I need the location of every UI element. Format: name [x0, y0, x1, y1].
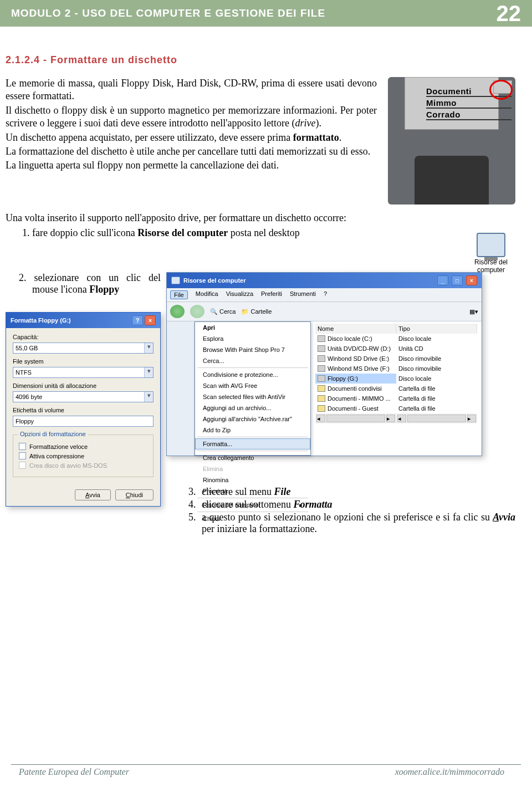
page-footer: Patente Europea del Computer xoomer.alic… [11, 764, 521, 777]
floppy-shutter [415, 156, 489, 205]
maximize-button[interactable]: □ [452, 275, 463, 285]
header-title: MODULO 2 - USO DEL COMPUTER E GESTIONE D… [11, 7, 497, 19]
volume-label-label: Etichetta di volume [13, 407, 154, 413]
avvia-text: Avvia [493, 512, 515, 523]
intro-p4: La formattazione del dischetto è utile a… [6, 145, 377, 158]
quick-format-checkbox[interactable]: Formattazione veloce [19, 443, 147, 450]
step-2: 2. selezionare con un clic del mouse l'i… [6, 272, 161, 295]
mid-left: 2. selezionare con un clic del mouse l'i… [6, 272, 161, 536]
help-menu[interactable]: ? [324, 290, 327, 299]
intro-p5: La linguetta aperta sul floppy non perme… [6, 159, 377, 172]
chevron-down-icon: ▾ [144, 343, 153, 353]
checkbox-icon [19, 452, 26, 459]
ctx-archivio[interactable]: Aggiungi ad un archivio... [195, 402, 310, 413]
strumenti-menu[interactable]: Strumenti [290, 290, 316, 299]
risorse-del-computer-icon[interactable]: Risorse del computer [474, 233, 508, 274]
step-intro: Una volta inserito il supporto nell'appo… [6, 212, 515, 224]
context-menu: Apri Esplora Browse With Paint Shop Pro … [195, 321, 311, 456]
chiudi-button[interactable]: Chiudi [115, 489, 154, 500]
shared-docs[interactable]: Documenti condivisi [315, 384, 396, 394]
back-button[interactable] [170, 305, 185, 318]
explorer-toolbar: 🔍 Cerca 📁 Cartelle ▦▾ [167, 302, 482, 321]
highlight-ring-icon [489, 80, 513, 100]
close-button[interactable]: × [145, 315, 156, 325]
msdos-boot-checkbox: Crea disco di avvio MS-DOS [19, 462, 147, 469]
content: 2.1.2.4 - Formattare un dischetto Le mem… [0, 27, 532, 536]
footer-right: xoomer.alice.it/mimmocorrado [395, 767, 504, 777]
help-button[interactable]: ? [132, 315, 143, 325]
intro-p3: Un dischetto appena acquistato, per esse… [6, 131, 377, 144]
ctx-zip[interactable]: Add to Zip [195, 425, 310, 436]
scrollbar[interactable]: ◂▸ [315, 413, 396, 423]
file-menu[interactable]: File [170, 290, 188, 299]
explorer-window: Risorse del computer _ □ × File Modifica… [166, 272, 482, 456]
ctx-apri[interactable]: Apri [195, 322, 310, 333]
format-titlebar[interactable]: Formatta Floppy (G:) ? × [6, 313, 160, 328]
checkbox-icon [19, 443, 26, 450]
folders-button[interactable]: 📁 Cartelle [241, 308, 272, 315]
capacity-select[interactable]: 55,0 GB▾ [13, 343, 154, 354]
modifica-menu[interactable]: Modifica [196, 290, 218, 299]
explorer-sidebar [167, 321, 195, 456]
explorer-body: Apri Esplora Browse With Paint Shop Pro … [167, 321, 482, 456]
ctx-antivir[interactable]: Scan selected files with AntiVir [195, 391, 310, 402]
ctx-rinomina[interactable]: Rinomina [195, 474, 310, 486]
floppy-slider: Documenti Mimmo Corrado [405, 77, 499, 130]
search-button[interactable]: 🔍 Cerca [210, 308, 236, 315]
ctx-esplora[interactable]: Esplora [195, 333, 310, 344]
steps-345: 3.cliccare sul menu File 4.cliccare sul … [166, 486, 515, 535]
floppy-write-protect-hole [493, 80, 512, 94]
mid-right: Risorse del computer _ □ × File Modifica… [166, 272, 515, 536]
filesystem-select[interactable]: NTFS▾ [13, 367, 154, 378]
ctx-elimina: Elimina [195, 463, 310, 474]
drive-c[interactable]: Disco locale (C:) [315, 334, 396, 344]
avvia-button[interactable]: Avvia [75, 489, 111, 500]
chevron-down-icon: ▾ [144, 367, 153, 377]
footer-left: Patente Europea del Computer [19, 767, 129, 777]
ctx-condivisione[interactable]: Condivisione e protezione... [195, 369, 310, 380]
chevron-down-icon: ▾ [144, 392, 153, 402]
page-number: 22 [497, 1, 521, 26]
drive-f[interactable]: Winbond MS Drive (F:) [315, 364, 396, 374]
volume-label-input[interactable]: Floppy [13, 416, 154, 427]
explorer-list: Nome Disco locale (C:) Unità DVD/CD-RW (… [311, 321, 482, 456]
ctx-browse-psp[interactable]: Browse With Paint Shop Pro 7 [195, 344, 310, 355]
col-tipo: Tipo Disco locale Unità CD Disco rimovib… [396, 324, 477, 453]
docs-mimmo[interactable]: Documenti - MIMMO ... [315, 394, 396, 403]
intro-p2: Il dischetto o floppy disk è un supporto… [6, 104, 377, 130]
ctx-avg[interactable]: Scan with AVG Free [195, 380, 310, 391]
close-button[interactable]: × [466, 275, 477, 285]
ctx-crea-collegamento[interactable]: Crea collegamento [195, 452, 310, 463]
capacity-label: Capacità: [13, 334, 154, 340]
format-options-group: Opzioni di formattazione Formattazione v… [13, 435, 154, 477]
views-button[interactable]: ▦▾ [469, 308, 478, 315]
minimize-button[interactable]: _ [437, 275, 448, 285]
page-header: MODULO 2 - USO DEL COMPUTER E GESTIONE D… [0, 0, 532, 27]
scrollbar[interactable]: ◂▸ [396, 413, 477, 423]
ctx-cerca[interactable]: Cerca... [195, 355, 310, 366]
drive-e[interactable]: Winbond SD Drive (E:) [315, 354, 396, 364]
ctx-archive-rar[interactable]: Aggiungi all'archivio "Archive.rar" [195, 413, 310, 425]
step-3: 3.cliccare sul menu File [188, 486, 515, 498]
col-nome: Nome Disco locale (C:) Unità DVD/CD-RW (… [315, 324, 396, 453]
intro-block: Le memorie di massa, quali Floppy Disk, … [6, 77, 515, 205]
mid-row: 2. selezionare con un clic del mouse l'i… [6, 272, 515, 536]
ctx-formatta[interactable]: Formatta... [195, 438, 310, 449]
step-list: fare doppio clic sull'icona Risorse del … [6, 227, 515, 239]
drive-d[interactable]: Unità DVD/CD-RW (D:) [315, 344, 396, 354]
step-5: 5.a questo punto si selezionano le opzio… [188, 512, 515, 535]
explorer-titlebar[interactable]: Risorse del computer _ □ × [167, 273, 482, 288]
floppy-illustration: Documenti Mimmo Corrado [388, 77, 515, 205]
visualizza-menu[interactable]: Visualizza [226, 290, 253, 299]
filesystem-label: File system [13, 358, 154, 365]
compression-checkbox[interactable]: Attiva compressione [19, 452, 147, 459]
preferiti-menu[interactable]: Preferiti [261, 290, 282, 299]
step-4: 4.cliccare sul sottomenu Formatta [188, 499, 515, 510]
format-dialog: Formatta Floppy (G:) ? × Capacità: 55,0 … [6, 312, 161, 507]
intro-text: Le memorie di massa, quali Floppy Disk, … [6, 77, 377, 205]
docs-guest[interactable]: Documenti - Guest [315, 403, 396, 413]
checkbox-icon [19, 462, 26, 469]
drive-floppy-g[interactable]: Floppy (G:) [315, 374, 396, 384]
allocation-select[interactable]: 4096 byte▾ [13, 391, 154, 402]
forward-button[interactable] [190, 305, 204, 318]
